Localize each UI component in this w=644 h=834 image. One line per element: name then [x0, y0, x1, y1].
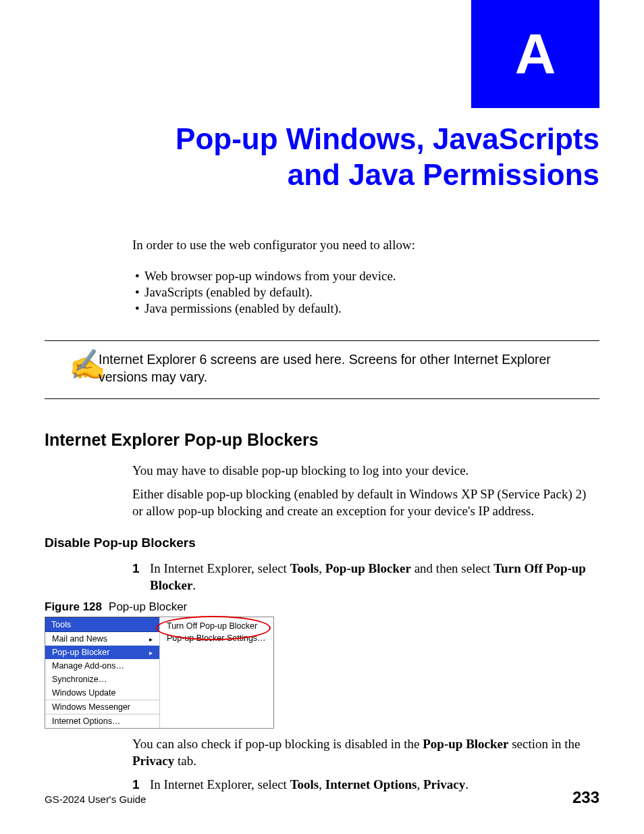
figure-screenshot: Tools Mail and News ▸ Pop-up Blocker ▸ M…	[45, 617, 274, 729]
text-fragment: You can also check if pop-up blocking is…	[132, 737, 423, 751]
bold-tools: Tools	[290, 561, 319, 575]
requirements-list: Web browser pop-up windows from your dev…	[132, 269, 599, 316]
page: A Pop-up Windows, JavaScripts and Java P…	[0, 0, 644, 834]
text-fragment: and then select	[411, 561, 493, 575]
footer-guide-name: GS-2024 User's Guide	[45, 793, 146, 805]
menu-item-windows-messenger[interactable]: Windows Messenger	[45, 700, 159, 714]
text-fragment: ,	[319, 561, 325, 575]
heading-ie-popup-blockers: Internet Explorer Pop-up Blockers	[45, 430, 599, 450]
step-1: 1 In Internet Explorer, select Tools, Po…	[132, 560, 599, 594]
chevron-right-icon: ▸	[149, 635, 153, 643]
figure-title: Pop-up Blocker	[109, 600, 187, 613]
menu-item-label: Mail and News	[52, 634, 107, 644]
heading-disable-popup-blockers: Disable Pop-up Blockers	[45, 536, 599, 550]
tools-menu: Tools Mail and News ▸ Pop-up Blocker ▸ M…	[45, 617, 160, 728]
footer-page-number: 233	[572, 788, 599, 807]
menu-item-label: Synchronize…	[52, 675, 107, 684]
bold-popup-blocker: Pop-up Blocker	[325, 561, 411, 575]
menu-header-tools[interactable]: Tools	[45, 617, 159, 632]
list-item: Web browser pop-up windows from your dev…	[144, 269, 599, 284]
submenu-item-turn-off[interactable]: Turn Off Pop-up Blocker	[161, 620, 272, 632]
intro-text: In order to use the web configurator you…	[132, 238, 599, 253]
figure-caption: Figure 128Pop-up Blocker	[45, 600, 599, 614]
chevron-right-icon: ▸	[149, 649, 153, 656]
figure-label: Figure 128	[45, 600, 102, 613]
menu-item-label: Internet Options…	[52, 716, 120, 726]
note-text: Internet Explorer 6 screens are used her…	[99, 350, 599, 386]
note-icon: ✍	[45, 350, 99, 380]
menu-item-popup-blocker[interactable]: Pop-up Blocker ▸	[45, 646, 159, 659]
paragraph: Either disable pop-up blocking (enabled …	[132, 486, 599, 519]
chapter-title-line2: and Java Permissions	[288, 158, 599, 191]
menu-item-label: Pop-up Blocker	[52, 648, 109, 657]
chapter-title: Pop-up Windows, JavaScripts and Java Per…	[45, 122, 599, 193]
content-area: In order to use the web configurator you…	[45, 238, 599, 800]
menu-item-label: Manage Add-ons…	[52, 661, 124, 671]
paragraph: You can also check if pop-up blocking is…	[132, 735, 599, 769]
menu-item-manage-addons[interactable]: Manage Add-ons…	[45, 659, 159, 673]
paragraph: You may have to disable pop-up blocking …	[132, 462, 599, 479]
menu-item-internet-options[interactable]: Internet Options…	[45, 714, 159, 728]
popup-blocker-submenu: Turn Off Pop-up Blocker Pop-up Blocker S…	[160, 617, 273, 728]
bold-privacy: Privacy	[132, 754, 174, 768]
menu-item-mail-and-news[interactable]: Mail and News ▸	[45, 632, 159, 646]
chapter-title-line1: Pop-up Windows, JavaScripts	[176, 122, 599, 155]
note-block: ✍ Internet Explorer 6 screens are used h…	[45, 340, 599, 399]
menu-item-label: Windows Messenger	[52, 702, 130, 712]
text-fragment: .	[192, 578, 196, 592]
page-footer: GS-2024 User's Guide 233	[45, 788, 599, 807]
menu-item-windows-update[interactable]: Windows Update	[45, 686, 159, 700]
step-number: 1	[132, 560, 150, 594]
step-text: In Internet Explorer, select Tools, Pop-…	[150, 560, 599, 594]
list-item: JavaScripts (enabled by default).	[144, 285, 599, 300]
list-item: Java permissions (enabled by default).	[144, 301, 599, 316]
menu-item-label: Windows Update	[52, 688, 116, 698]
bold-popup-blocker: Pop-up Blocker	[423, 737, 508, 751]
text-fragment: In Internet Explorer, select	[150, 561, 290, 575]
submenu-item-settings[interactable]: Pop-up Blocker Settings…	[161, 632, 272, 644]
appendix-tab: A	[471, 0, 599, 108]
appendix-letter: A	[515, 26, 556, 82]
text-fragment: section in the	[508, 737, 580, 751]
text-fragment: tab.	[174, 754, 196, 768]
menu-item-synchronize[interactable]: Synchronize…	[45, 673, 159, 686]
